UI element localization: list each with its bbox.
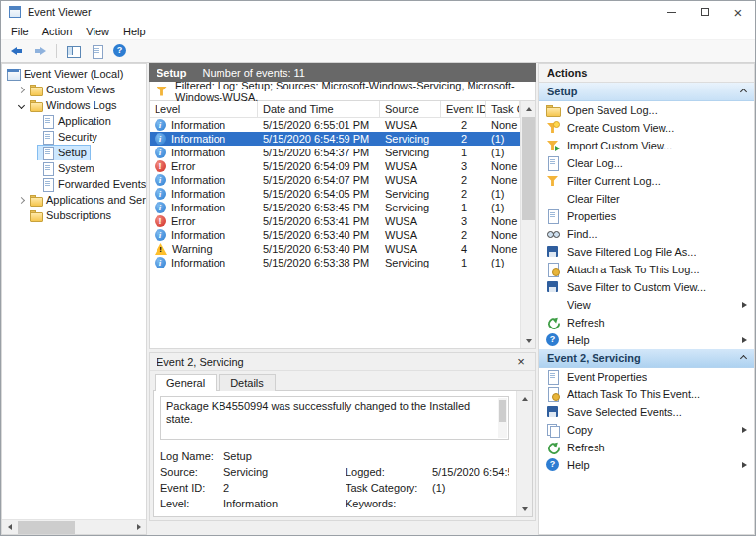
action-open-saved-log[interactable]: Open Saved Log... bbox=[539, 101, 754, 119]
action-create-custom-view[interactable]: Create Custom View... bbox=[539, 119, 754, 137]
task-category-cell: None bbox=[486, 214, 520, 228]
tree-item-windows-logs[interactable]: Windows Logs bbox=[2, 97, 146, 113]
actions-section-header-event-2-servicing[interactable]: Event 2, Servicing bbox=[539, 349, 754, 368]
event-row[interactable]: Information5/15/2020 6:53:45 PMServicing… bbox=[150, 201, 520, 214]
action-help[interactable]: Help bbox=[539, 331, 754, 349]
column-header-level[interactable]: Level bbox=[150, 101, 258, 117]
action-clear-filter[interactable]: Clear Filter bbox=[539, 190, 754, 208]
tab-general[interactable]: General bbox=[155, 374, 217, 391]
source-cell: WUSA bbox=[380, 173, 441, 187]
datetime-cell: 5/15/2020 6:54:07 PM bbox=[258, 173, 380, 187]
scrollbar-thumb[interactable] bbox=[18, 521, 75, 534]
actions-section-header-setup[interactable]: Setup bbox=[539, 83, 754, 101]
action-attach-a-task-to-this-log[interactable]: Attach a Task To This Log... bbox=[539, 261, 754, 278]
toolbar-separator bbox=[56, 44, 57, 58]
action-refresh[interactable]: Refresh bbox=[539, 439, 754, 456]
back-button[interactable] bbox=[6, 42, 28, 61]
maximize-button[interactable] bbox=[688, 1, 722, 23]
tree-item-system[interactable]: System bbox=[2, 160, 146, 176]
minimize-button[interactable] bbox=[655, 1, 688, 23]
event-description: Package KB4550994 was successfully chang… bbox=[166, 400, 470, 425]
scroll-up-button[interactable] bbox=[517, 391, 533, 406]
help-button[interactable] bbox=[109, 42, 131, 61]
tree-horizontal-scrollbar[interactable] bbox=[2, 519, 146, 534]
detail-field-row: Level:InformationKeywords: bbox=[160, 496, 509, 511]
event-row[interactable]: Error5/15/2020 6:53:41 PMWUSA3None bbox=[150, 214, 520, 228]
properties-button[interactable] bbox=[86, 42, 107, 61]
action-view[interactable]: View bbox=[539, 296, 754, 314]
action-label: Import Custom View... bbox=[567, 140, 672, 151]
tree-item-applications-and-services-lo[interactable]: Applications and Services Lo bbox=[2, 192, 146, 208]
collapsed-expander-icon[interactable] bbox=[16, 85, 27, 95]
information-icon bbox=[155, 188, 166, 200]
event-row[interactable]: Information5/15/2020 6:54:37 PMServicing… bbox=[150, 146, 520, 159]
tree-item-security[interactable]: Security bbox=[2, 129, 146, 145]
column-header-task-cate[interactable]: Task Cate... bbox=[486, 101, 520, 117]
minimize-icon bbox=[667, 12, 676, 13]
action-clear-log[interactable]: Clear Log... bbox=[539, 154, 754, 172]
tree-item-event-viewer-local[interactable]: Event Viewer (Local) bbox=[2, 66, 146, 82]
action-save-filter-to-custom-view[interactable]: Save Filter to Custom View... bbox=[539, 278, 754, 296]
event-id-cell: 1 bbox=[441, 201, 486, 214]
tree-item-setup[interactable]: Setup bbox=[2, 145, 146, 160]
action-properties[interactable]: Properties bbox=[539, 208, 754, 225]
forward-button[interactable] bbox=[30, 42, 51, 61]
event-row[interactable]: Error5/15/2020 6:54:09 PMWUSA3None bbox=[150, 159, 520, 173]
event-row[interactable]: Information5/15/2020 6:55:01 PMWUSA2None bbox=[150, 118, 520, 132]
task-category-cell: None bbox=[486, 118, 520, 132]
scroll-up-icon bbox=[522, 397, 528, 401]
scrollbar-thumb[interactable] bbox=[499, 400, 506, 422]
description-scrollbar[interactable] bbox=[498, 398, 507, 438]
properties-icon bbox=[546, 209, 560, 223]
scroll-left-button[interactable] bbox=[2, 520, 17, 535]
event-row[interactable]: Information5/15/2020 6:54:07 PMWUSA2None bbox=[150, 173, 520, 187]
action-attach-task-to-this-event[interactable]: Attach Task To This Event... bbox=[539, 386, 754, 403]
action-refresh[interactable]: Refresh bbox=[539, 314, 754, 331]
action-find[interactable]: Find... bbox=[539, 225, 754, 243]
column-header-date-and-time[interactable]: Date and Time bbox=[258, 101, 380, 117]
tree-item-custom-views[interactable]: Custom Views bbox=[2, 82, 146, 97]
action-import-custom-view[interactable]: Import Custom View... bbox=[539, 137, 754, 154]
event-row[interactable]: Information5/15/2020 6:54:59 PMServicing… bbox=[150, 132, 520, 146]
expanded-expander-icon[interactable] bbox=[16, 100, 27, 111]
title-bar: Event Viewer bbox=[1, 1, 755, 23]
level-label: Information bbox=[171, 187, 225, 201]
action-event-properties[interactable]: Event Properties bbox=[539, 368, 754, 386]
tab-details[interactable]: Details bbox=[219, 374, 276, 391]
scroll-up-button[interactable] bbox=[521, 101, 536, 116]
tree-item-subscriptions[interactable]: Subscriptions bbox=[2, 208, 146, 223]
actions-panel: Actions SetupOpen Saved Log...Create Cus… bbox=[538, 63, 755, 535]
tree-item-application[interactable]: Application bbox=[2, 113, 146, 129]
action-copy[interactable]: Copy bbox=[539, 421, 754, 439]
events-vertical-scrollbar[interactable] bbox=[520, 101, 536, 348]
funnel-import-icon bbox=[546, 139, 560, 152]
scroll-down-button[interactable] bbox=[517, 502, 533, 516]
event-row[interactable]: Information5/15/2020 6:53:40 PMWUSA2None bbox=[150, 228, 520, 242]
action-save-filtered-log-file-as[interactable]: Save Filtered Log File As... bbox=[539, 243, 754, 261]
task-category-cell: (1) bbox=[486, 201, 520, 214]
detail-close-button[interactable] bbox=[513, 355, 529, 369]
expander-spacer bbox=[28, 163, 38, 174]
menu-action[interactable]: Action bbox=[35, 25, 80, 38]
menu-view[interactable]: View bbox=[79, 25, 116, 38]
action-save-selected-events[interactable]: Save Selected Events... bbox=[539, 403, 754, 421]
scroll-right-button[interactable] bbox=[131, 520, 146, 535]
action-help[interactable]: Help bbox=[539, 456, 754, 474]
collapsed-expander-icon[interactable] bbox=[16, 195, 27, 206]
level-cell: Information bbox=[150, 173, 258, 187]
column-header-event-id[interactable]: Event ID bbox=[441, 101, 486, 117]
source-cell: Servicing bbox=[380, 146, 441, 159]
event-row[interactable]: Warning5/15/2020 6:53:40 PMWUSA4None bbox=[150, 242, 520, 256]
menu-file[interactable]: File bbox=[4, 25, 35, 38]
detail-vertical-scrollbar[interactable] bbox=[516, 391, 532, 516]
menu-help[interactable]: Help bbox=[116, 25, 153, 38]
close-button[interactable] bbox=[722, 1, 755, 23]
column-header-source[interactable]: Source bbox=[380, 101, 441, 117]
event-row[interactable]: Information5/15/2020 6:54:05 PMServicing… bbox=[150, 187, 520, 201]
action-filter-current-log[interactable]: Filter Current Log... bbox=[539, 172, 754, 190]
show-console-tree-button[interactable] bbox=[62, 42, 84, 61]
tree-item-forwarded-events[interactable]: Forwarded Events bbox=[2, 176, 146, 192]
scroll-down-button[interactable] bbox=[521, 333, 536, 348]
event-row[interactable]: Information5/15/2020 6:53:38 PMServicing… bbox=[150, 256, 520, 269]
scrollbar-thumb[interactable] bbox=[522, 117, 536, 220]
